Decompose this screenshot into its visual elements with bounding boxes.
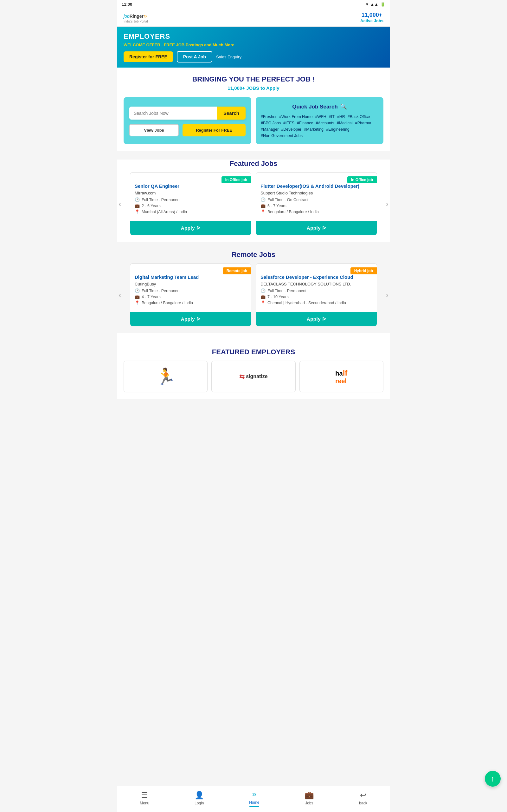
sales-enquiry-link[interactable]: Sales Enquiry bbox=[216, 55, 241, 59]
briefcase-icon: 💼 bbox=[261, 294, 266, 299]
search-input[interactable] bbox=[129, 107, 217, 119]
job-type-meta: 🕐 Full Time - On Contract bbox=[261, 197, 372, 202]
welcome-desc: - FREE JOB Postings and Much More. bbox=[161, 43, 235, 47]
quick-search-tag[interactable]: #Accounts bbox=[316, 121, 334, 125]
remote-jobs-prev[interactable]: ‹ bbox=[117, 290, 123, 300]
quick-search-tag[interactable]: #Developer bbox=[281, 127, 301, 132]
welcome-offer: WELCOME OFFER - FREE JOB Postings and Mu… bbox=[124, 43, 383, 47]
job-card: Remote job Digital Marketing Team Lead C… bbox=[130, 263, 251, 326]
search-card: Search View Jobs Register For FREE bbox=[124, 97, 251, 144]
status-bar: 11:00 ▾ ▲▲ 🔋 bbox=[117, 0, 390, 9]
quick-search-tag[interactable]: #Manager bbox=[261, 127, 279, 132]
apply-button[interactable]: Apply ᐅ bbox=[130, 312, 251, 326]
job-company: Support Studio Technologies bbox=[261, 191, 372, 195]
featured-jobs-section: Featured Jobs ‹ In Office job Senior QA … bbox=[117, 159, 390, 242]
employer-title: EMPLOYERS bbox=[124, 32, 383, 41]
quick-search-title: Quick Job Search 🔍 bbox=[261, 103, 378, 110]
logo-sub: India's Job Portal bbox=[124, 20, 148, 23]
featured-employers-title: FEATURED EMPLOYERS bbox=[124, 348, 383, 356]
employer-card[interactable]: half reel bbox=[299, 361, 383, 392]
logo-job: job bbox=[124, 14, 130, 19]
job-experience-meta: 💼 4 - 7 Years bbox=[135, 294, 246, 299]
search-register-button[interactable]: Register For FREE bbox=[182, 124, 245, 136]
briefcase-icon: 💼 bbox=[135, 203, 140, 208]
employers-grid: 🏃 ⇆ signatize half reel bbox=[124, 361, 383, 392]
employer-logo-signatize: ⇆ signatize bbox=[239, 373, 268, 380]
apply-button[interactable]: Apply ᐅ bbox=[130, 221, 251, 235]
location-icon: 📍 bbox=[135, 300, 140, 305]
location-icon: 📍 bbox=[135, 209, 140, 214]
featured-employers-section: FEATURED EMPLOYERS 🏃 ⇆ signatize half re… bbox=[117, 333, 390, 399]
job-type-meta: 🕐 Full Time - Permanent bbox=[135, 197, 246, 202]
job-location-meta: 📍 Chennai | Hyderabad - Secunderabad / I… bbox=[261, 300, 372, 305]
remote-jobs-section: Remote Jobs ‹ Remote job Digital Marketi… bbox=[117, 251, 390, 333]
remote-jobs-title: Remote Jobs bbox=[117, 251, 390, 259]
job-location-text: Chennai | Hyderabad - Secunderabad / Ind… bbox=[268, 301, 346, 305]
quick-search-tag[interactable]: #Finance bbox=[297, 121, 313, 125]
remote-jobs-grid: Remote job Digital Marketing Team Lead C… bbox=[127, 263, 380, 326]
logo-ringer: Ringer bbox=[130, 14, 144, 19]
clock-icon: 🕐 bbox=[261, 197, 266, 202]
logo-arrows: » bbox=[144, 12, 147, 19]
sig-arrows-icon: ⇆ bbox=[239, 373, 245, 380]
job-company: DELTACLASS TECHNOLOGY SOLUTIONS LTD. bbox=[261, 282, 372, 287]
job-experience-text: 4 - 7 Years bbox=[142, 295, 161, 299]
quick-search-tag[interactable]: #IT bbox=[329, 114, 335, 119]
employer-logo-icon: 🏃 bbox=[156, 367, 176, 386]
job-experience-meta: 💼 2 - 6 Years bbox=[135, 203, 246, 208]
apply-button[interactable]: Apply ᐅ bbox=[256, 312, 377, 326]
quick-search-tag[interactable]: #Non Government Jobs bbox=[261, 134, 302, 138]
featured-jobs-prev[interactable]: ‹ bbox=[117, 199, 123, 209]
post-job-button[interactable]: Post A Job bbox=[177, 51, 212, 62]
job-meta: 🕐 Full Time - Permanent 💼 2 - 6 Years 📍 … bbox=[135, 197, 246, 214]
job-type-text: Full Time - Permanent bbox=[142, 198, 181, 202]
job-experience-text: 7 - 10 Years bbox=[268, 295, 289, 299]
quick-search-tag[interactable]: #Engineering bbox=[326, 127, 349, 132]
job-title: Digital Marketing Team Lead bbox=[135, 274, 246, 280]
hero-title: BRINGING YOU THE PERFECT JOB ! bbox=[124, 75, 383, 84]
job-type-tag: In Office job bbox=[222, 176, 251, 183]
job-title: Salesforce Developer - Experience Cloud bbox=[261, 274, 372, 280]
employer-card[interactable]: 🏃 bbox=[124, 361, 208, 392]
quick-search-tag[interactable]: #WFH bbox=[315, 114, 326, 119]
featured-jobs-next[interactable]: › bbox=[384, 199, 390, 209]
employer-logo-halfreel: half reel bbox=[335, 368, 347, 385]
job-title: Senior QA Engineer bbox=[135, 183, 246, 189]
view-jobs-button[interactable]: View Jobs bbox=[129, 124, 179, 136]
location-icon: 📍 bbox=[261, 300, 266, 305]
job-location-text: Mumbai (All Areas) / India bbox=[142, 210, 187, 214]
quick-search-tag[interactable]: #BPO Jobs bbox=[261, 121, 281, 125]
quick-search-tag[interactable]: #ITES bbox=[283, 121, 294, 125]
quick-search-tag[interactable]: #Medical bbox=[337, 121, 353, 125]
logo: jobRinger» India's Job Portal bbox=[124, 12, 148, 23]
apply-button[interactable]: Apply ᐅ bbox=[256, 221, 377, 235]
job-type-meta: 🕐 Full Time - Permanent bbox=[135, 288, 246, 293]
job-meta: 🕐 Full Time - Permanent 💼 4 - 7 Years 📍 … bbox=[135, 288, 246, 305]
job-company: Mirraw.com bbox=[135, 191, 246, 195]
search-grid: Search View Jobs Register For FREE Quick… bbox=[124, 97, 383, 144]
quick-search-tag[interactable]: #Work From Home bbox=[279, 114, 313, 119]
quick-search-tag[interactable]: #HR bbox=[337, 114, 345, 119]
quick-search-tag[interactable]: #Fresher bbox=[261, 114, 277, 119]
remote-jobs-wrapper: ‹ Remote job Digital Marketing Team Lead… bbox=[117, 263, 390, 326]
employer-card[interactable]: ⇆ signatize bbox=[211, 361, 295, 392]
job-meta: 🕐 Full Time - Permanent 💼 7 - 10 Years 📍… bbox=[261, 288, 372, 305]
employer-register-button[interactable]: Register for FREE bbox=[124, 51, 173, 62]
remote-jobs-next[interactable]: › bbox=[384, 290, 390, 300]
job-card-body: Hybrid job Salesforce Developer - Experi… bbox=[256, 264, 377, 309]
featured-jobs-grid: In Office job Senior QA Engineer Mirraw.… bbox=[127, 172, 380, 235]
quick-search-tag[interactable]: #Back Office bbox=[348, 114, 370, 119]
search-button[interactable]: Search bbox=[217, 107, 245, 119]
status-icons: ▾ ▲▲ 🔋 bbox=[366, 2, 385, 7]
quick-search-tag[interactable]: #Marketing bbox=[304, 127, 324, 132]
quick-search-tag[interactable]: #Pharma bbox=[355, 121, 372, 125]
employer-banner: EMPLOYERS WELCOME OFFER - FREE JOB Posti… bbox=[117, 27, 390, 67]
job-location-text: Bengaluru / Bangalore / India bbox=[268, 210, 319, 214]
search-row: Search bbox=[129, 107, 245, 119]
briefcase-icon: 💼 bbox=[135, 294, 140, 299]
job-card: In Office job Senior QA Engineer Mirraw.… bbox=[130, 172, 251, 235]
featured-jobs-wrapper: ‹ In Office job Senior QA Engineer Mirra… bbox=[117, 172, 390, 235]
hashtag-row: #Fresher#Work From Home#WFH#IT#HR#Back O… bbox=[261, 114, 378, 138]
job-type-text: Full Time - Permanent bbox=[268, 289, 306, 293]
job-title: Flutter Developer(IOS & Android Develope… bbox=[261, 183, 372, 189]
